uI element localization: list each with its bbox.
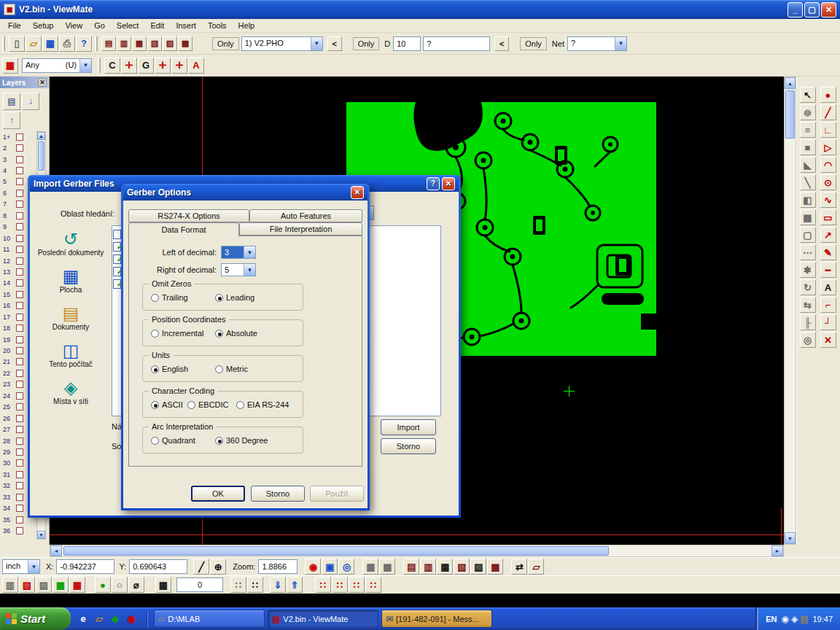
measure-tool-icon[interactable]: ↗ xyxy=(820,227,836,243)
stack-icon[interactable]: ≡ xyxy=(800,122,816,138)
zoom-tool-icon[interactable]: ◎ xyxy=(800,332,816,348)
layer-color-swatch[interactable] xyxy=(16,223,23,230)
layer-color-swatch[interactable] xyxy=(16,448,23,456)
origin-target-icon[interactable]: ⊕ xyxy=(210,559,226,575)
dcode-field[interactable]: 10 xyxy=(393,36,421,51)
tab-file-interpretation[interactable]: File Interpretation xyxy=(239,222,362,236)
aperture-shape-combo[interactable]: Any (U) ▼ xyxy=(22,58,92,73)
arc-tool-icon[interactable]: ◠ xyxy=(820,157,836,173)
menu-edit[interactable]: Edit xyxy=(144,20,170,31)
only-net-toggle[interactable]: Only xyxy=(520,37,547,50)
chevron-down-icon[interactable]: ▼ xyxy=(244,246,255,258)
g-code-icon[interactable]: G xyxy=(138,58,154,74)
pad-mode-icon[interactable]: ▦ xyxy=(69,577,85,593)
layer-row[interactable]: 2 xyxy=(1,142,34,153)
layer-color-swatch[interactable] xyxy=(16,268,23,276)
slope-tool-icon[interactable]: ╲ xyxy=(800,174,816,190)
corner-tool-icon[interactable]: ∟ xyxy=(820,122,836,138)
layer-row[interactable]: 36 xyxy=(1,525,34,536)
import-cancel-button[interactable]: Storno xyxy=(381,438,436,454)
pattern-d-icon[interactable]: ∷ xyxy=(365,577,381,593)
hook-tool-icon[interactable]: ┘ xyxy=(820,314,836,330)
triangle-tool-icon[interactable]: ◣ xyxy=(800,157,816,173)
scroll-up-icon[interactable]: ▲ xyxy=(37,132,45,140)
layer-color-swatch[interactable] xyxy=(16,527,23,534)
place-desktop[interactable]: ▦ Plocha xyxy=(37,267,104,295)
units-combo[interactable]: inch ▼ xyxy=(2,559,40,574)
radio-ebcdic[interactable]: EBCDIC xyxy=(187,400,229,409)
radio-quadrant[interactable]: Quadrant xyxy=(151,436,195,445)
quicklaunch-ie-icon[interactable]: e xyxy=(77,612,90,626)
tray-docs-icon[interactable]: ▤ xyxy=(800,614,808,624)
status-light-icon[interactable]: ● xyxy=(95,577,111,593)
target-two-icon[interactable]: ✛ xyxy=(171,58,187,74)
quicklaunch-desktop-icon[interactable]: ◈ xyxy=(109,612,122,626)
circle-tool-icon[interactable]: ⊙ xyxy=(820,174,836,190)
step-tool-icon[interactable]: ⌐ xyxy=(820,297,836,313)
chevron-down-icon[interactable]: ▼ xyxy=(244,264,255,276)
select-circle-icon[interactable]: ⊚ xyxy=(800,104,816,120)
close-icon[interactable]: ✕ xyxy=(442,177,455,190)
scroll-down-icon[interactable]: ▼ xyxy=(37,531,45,539)
layer-color-swatch[interactable] xyxy=(16,381,23,388)
y-coordinate-field[interactable]: 0.690643 xyxy=(129,559,187,574)
film-view-3-icon[interactable]: ▦ xyxy=(437,559,453,575)
chevron-down-icon[interactable]: ▼ xyxy=(79,59,91,72)
half-fill-tool-icon[interactable]: ◧ xyxy=(800,192,816,208)
layer-row[interactable]: 1+ xyxy=(1,131,34,142)
layer-color-swatch[interactable] xyxy=(16,438,23,445)
gerber-options-titlebar[interactable]: Gerber Options ✕ xyxy=(123,184,368,201)
active-layer-combo[interactable]: 1) V2.PHO ▼ xyxy=(241,36,323,51)
outline-mode-icon[interactable]: ▨ xyxy=(163,36,177,51)
minimize-button[interactable]: _ xyxy=(788,2,803,18)
fill-mode-icon[interactable]: ▩ xyxy=(178,36,192,51)
layer-color-swatch[interactable] xyxy=(16,246,23,253)
dots-tool-icon[interactable]: ⋯ xyxy=(800,244,816,260)
pointer-tool-icon[interactable]: ↖ xyxy=(800,87,816,103)
crop-view-icon[interactable]: ▱ xyxy=(528,559,544,575)
layer-color-swatch[interactable] xyxy=(16,482,23,489)
measure-distance-icon[interactable]: ╱ xyxy=(193,559,209,575)
grid-display-icon[interactable]: ▩ xyxy=(379,559,395,575)
pour-tool-icon[interactable]: ▩ xyxy=(800,209,816,225)
x-coordinate-field[interactable]: -0.942237 xyxy=(56,559,114,574)
wave-tool-icon[interactable]: ∿ xyxy=(820,192,836,208)
layer-color-swatch[interactable] xyxy=(16,336,23,343)
dot-grid-icon[interactable]: ∷ xyxy=(230,577,246,593)
anchor-up-icon[interactable]: ⇑ xyxy=(287,577,303,593)
layers-scrollbar-thumb[interactable] xyxy=(38,141,44,171)
zoom-in-icon[interactable]: ◉ xyxy=(305,559,321,575)
start-button[interactable]: Start xyxy=(0,607,71,630)
film-view-4-icon[interactable]: ▧ xyxy=(454,559,470,575)
layer-colors-icon[interactable]: ▦ xyxy=(132,36,147,51)
text-aperture-icon[interactable]: A xyxy=(188,58,204,74)
canvas-hscrollbar[interactable]: ◄ ► xyxy=(50,545,784,557)
radio-ascii[interactable]: ASCII xyxy=(151,400,183,409)
layer-color-swatch[interactable] xyxy=(16,370,23,377)
layer-color-swatch[interactable] xyxy=(16,257,23,265)
place-my-computer[interactable]: ◫ Tento počítač xyxy=(37,341,104,369)
tab-auto-features[interactable]: Auto Features xyxy=(249,209,362,222)
zoom-window-icon[interactable]: ▣ xyxy=(322,559,338,575)
layer-color-swatch[interactable] xyxy=(16,178,23,185)
layer-color-swatch[interactable] xyxy=(16,494,23,501)
draw-tool-icon[interactable]: ✎ xyxy=(820,244,836,260)
import-button[interactable]: Import xyxy=(381,419,436,435)
clock[interactable]: 19:47 xyxy=(812,615,833,623)
crosshair-select-icon[interactable]: ✛ xyxy=(121,58,137,74)
layer-color-swatch[interactable] xyxy=(16,403,23,411)
layer-color-swatch[interactable] xyxy=(16,347,23,354)
film-view-1-icon[interactable]: ▤ xyxy=(403,559,419,575)
flash-mode-icon[interactable]: ▨ xyxy=(36,577,52,593)
menu-select[interactable]: Select xyxy=(111,20,145,31)
layer-color-swatch[interactable] xyxy=(16,471,23,478)
dash-tool-icon[interactable]: ┅ xyxy=(820,262,836,278)
tray-network-icon[interactable]: ◈ xyxy=(791,614,798,624)
layer-color-swatch[interactable] xyxy=(16,459,23,467)
settings-tool-icon[interactable]: ✱ xyxy=(800,262,816,278)
layer-color-swatch[interactable] xyxy=(16,392,23,400)
move-layer-up-icon[interactable]: ↑ xyxy=(3,112,20,129)
layer-color-swatch[interactable] xyxy=(16,235,23,242)
film-box-icon[interactable]: ▤ xyxy=(101,36,116,51)
diameter-icon[interactable]: ⌀ xyxy=(128,577,144,593)
